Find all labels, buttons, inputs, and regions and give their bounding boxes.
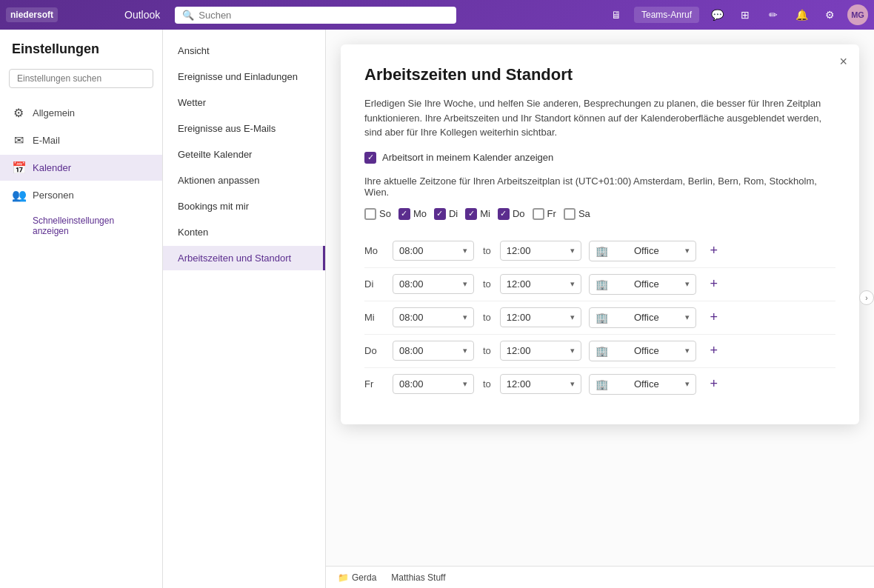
- end-time-di[interactable]: 12:00 ▾: [500, 274, 581, 294]
- end-time-di-value: 12:00: [507, 278, 531, 290]
- add-time-fr-button[interactable]: +: [704, 374, 724, 395]
- start-time-fr[interactable]: 08:00 ▾: [393, 374, 474, 394]
- day-label-so: So: [379, 208, 391, 219]
- end-time-fr-value: 12:00: [507, 378, 531, 390]
- day-checkbox-sa[interactable]: [564, 208, 576, 220]
- sidebar-search: [9, 69, 153, 88]
- time-row-do: Do 08:00 ▾ to 12:00 ▾ 🏢 Office: [364, 335, 835, 368]
- location-di[interactable]: 🏢 Office ▾: [589, 274, 696, 295]
- day-check-mo: ✓ Mo: [398, 208, 427, 220]
- chevron-down-end-do-icon: ▾: [570, 346, 575, 355]
- day-checkbox-so[interactable]: [364, 208, 376, 220]
- grid-icon[interactable]: ⊞: [735, 4, 755, 25]
- add-time-mi-button[interactable]: +: [704, 307, 724, 328]
- chevron-down-di-icon: ▾: [463, 279, 467, 289]
- location-do[interactable]: 🏢 Office ▾: [589, 341, 696, 361]
- settings-icon[interactable]: ⚙: [819, 4, 840, 25]
- location-fr[interactable]: 🏢 Office ▾: [589, 374, 696, 395]
- settings-item-ansicht[interactable]: Ansicht: [163, 39, 325, 63]
- settings-item-wetter[interactable]: Wetter: [163, 90, 325, 115]
- settings-item-aktionen-anpassen[interactable]: Aktionen anpassen: [163, 168, 325, 193]
- chevron-down-do-icon: ▾: [463, 346, 467, 355]
- time-row-mo: Mo 08:00 ▾ to 12:00 ▾ 🏢 Office: [364, 235, 835, 268]
- check-mi-icon: ✓: [468, 209, 475, 218]
- bottom-gerda-label: Gerda: [352, 572, 376, 583]
- sidebar-item-email[interactable]: ✉ E-Mail: [0, 127, 162, 153]
- add-time-mo-button[interactable]: +: [704, 241, 724, 261]
- dialog-overlay: × Arbeitszeiten und Standort Erledigen S…: [326, 30, 874, 588]
- pen-icon[interactable]: ✏: [763, 4, 784, 25]
- end-time-do[interactable]: 12:00 ▾: [500, 341, 581, 361]
- day-check-so: So: [364, 208, 391, 220]
- chevron-down-location-fr-icon: ▾: [685, 379, 690, 389]
- search-bar[interactable]: 🔍: [175, 7, 456, 24]
- time-day-mo: Mo: [364, 245, 385, 256]
- office-building-mo-icon: 🏢: [596, 245, 608, 257]
- end-time-fr[interactable]: 12:00 ▾: [500, 374, 581, 394]
- sidebar-nav: ⚙ Allgemein ✉ E-Mail 📅 Kalender 👥 Person…: [0, 100, 162, 208]
- start-time-mo[interactable]: 08:00 ▾: [393, 241, 474, 261]
- chevron-down-end-fr-icon: ▾: [570, 379, 575, 389]
- day-label-sa: Sa: [578, 208, 590, 219]
- arbeitsort-checkbox[interactable]: ✓: [364, 152, 376, 164]
- day-checkbox-fr[interactable]: [533, 208, 544, 220]
- add-time-di-button[interactable]: +: [704, 274, 724, 295]
- sidebar-item-kalender-label: Kalender: [33, 162, 71, 173]
- dialog-close-button[interactable]: ×: [839, 55, 847, 68]
- sidebar-item-personen[interactable]: 👥 Personen: [0, 182, 162, 208]
- sidebar-title: Einstellungen: [0, 41, 162, 66]
- chat-icon[interactable]: 💬: [707, 4, 727, 25]
- office-building-mi-icon: 🏢: [596, 312, 608, 324]
- start-time-do[interactable]: 08:00 ▾: [393, 341, 474, 361]
- location-do-value: Office: [634, 345, 659, 356]
- start-time-mi[interactable]: 08:00 ▾: [393, 307, 474, 327]
- bottom-item-gerda: 📁 Gerda: [338, 572, 376, 583]
- expand-arrow[interactable]: ›: [859, 290, 874, 305]
- calendar-icon: 📅: [12, 161, 25, 175]
- teams-call-button[interactable]: Teams-Anruf: [634, 7, 699, 23]
- settings-item-konten[interactable]: Konten: [163, 220, 325, 244]
- logo-text: niedersoft: [10, 10, 53, 20]
- settings-item-geteilte-kalender[interactable]: Geteilte Kalender: [163, 142, 325, 167]
- sidebar-item-allgemein-label: Allgemein: [33, 107, 75, 118]
- day-checkbox-di[interactable]: ✓: [434, 208, 446, 220]
- day-checkbox-do[interactable]: ✓: [498, 208, 510, 220]
- dialog: × Arbeitszeiten und Standort Erledigen S…: [341, 44, 859, 424]
- chevron-down-end-di-icon: ▾: [570, 279, 575, 289]
- bell-icon[interactable]: 🔔: [791, 4, 812, 25]
- end-time-mi[interactable]: 12:00 ▾: [500, 307, 581, 327]
- day-checkbox-mi[interactable]: ✓: [465, 208, 477, 220]
- settings-panel: Ansicht Ereignisse und Einladungen Wette…: [163, 30, 326, 588]
- settings-item-bookings[interactable]: Bookings mit mir: [163, 194, 325, 218]
- location-mo[interactable]: 🏢 Office ▾: [589, 241, 696, 261]
- start-time-di-value: 08:00: [399, 278, 424, 290]
- settings-item-ereignisse-emails[interactable]: Ereignisse aus E-Mails: [163, 116, 325, 141]
- check-mo-icon: ✓: [401, 209, 407, 218]
- time-row-mi: Mi 08:00 ▾ to 12:00 ▾ 🏢 Office: [364, 301, 835, 335]
- start-time-di[interactable]: 08:00 ▾: [393, 274, 474, 294]
- screen-icon[interactable]: 🖥: [606, 4, 627, 25]
- end-time-mo[interactable]: 12:00 ▾: [500, 241, 581, 261]
- sidebar-item-kalender[interactable]: 📅 Kalender: [0, 155, 162, 181]
- quick-settings-link[interactable]: Schnelleinstellungen anzeigen: [0, 211, 162, 241]
- office-building-fr-icon: 🏢: [596, 378, 608, 390]
- location-mo-value: Office: [634, 245, 659, 256]
- end-time-do-value: 12:00: [507, 345, 531, 356]
- location-fr-value: Office: [634, 378, 659, 390]
- chevron-down-mi-icon: ▾: [463, 313, 467, 322]
- office-building-do-icon: 🏢: [596, 345, 608, 357]
- settings-item-arbeitszeiten[interactable]: Arbeitszeiten und Standort: [163, 246, 325, 270]
- location-mi[interactable]: 🏢 Office ▾: [589, 307, 696, 328]
- time-rows: Mo 08:00 ▾ to 12:00 ▾ 🏢 Office: [364, 235, 835, 401]
- time-day-fr: Fr: [364, 378, 385, 390]
- search-input[interactable]: [199, 10, 449, 21]
- settings-item-ereignisse-einladungen[interactable]: Ereignisse und Einladungen: [163, 64, 325, 89]
- to-label-di: to: [481, 278, 493, 290]
- day-checkbox-mo[interactable]: ✓: [398, 208, 410, 220]
- sidebar-search-input[interactable]: [9, 69, 153, 88]
- day-check-di: ✓ Di: [434, 208, 458, 220]
- add-time-do-button[interactable]: +: [704, 341, 724, 361]
- avatar[interactable]: MG: [847, 4, 868, 25]
- sidebar-item-allgemein[interactable]: ⚙ Allgemein: [0, 100, 162, 126]
- chevron-down-end-mi-icon: ▾: [570, 313, 575, 322]
